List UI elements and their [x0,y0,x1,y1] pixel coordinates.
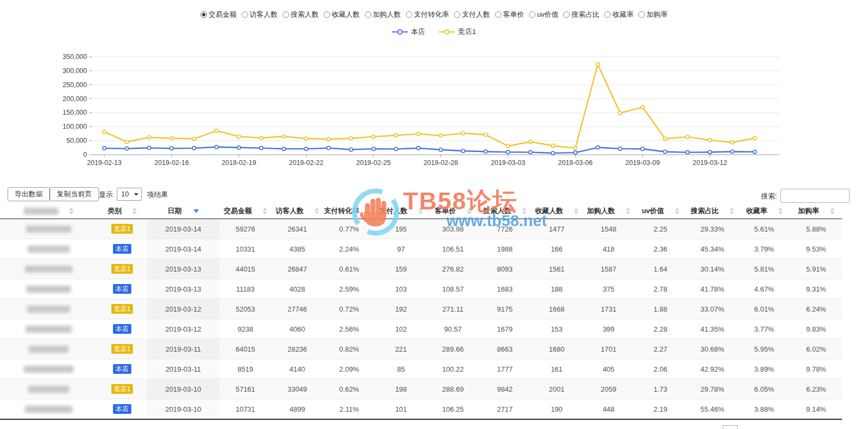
redacted-text [25,326,72,333]
radio-icon [242,11,248,18]
redacted-text [26,226,71,233]
value-cell: 2.36 [635,239,686,259]
sort-icon [467,208,471,214]
column-header-11[interactable]: uv价值 [635,203,686,219]
value-cell: 0.82% [323,339,375,359]
value-cell: 41.78% [686,279,738,299]
metric-radio-1[interactable]: 访客人数 [242,10,278,19]
svg-text:2019-02-13: 2019-02-13 [87,159,122,167]
column-header-4[interactable]: 访客人数 [271,203,323,219]
search-input[interactable] [780,189,850,203]
column-header-9[interactable]: 收藏人数 [531,203,583,219]
redacted-item-name [0,239,97,259]
column-header-7[interactable]: 客单价 [427,203,479,219]
date-cell: 2019-03-10 [147,399,219,419]
value-cell: 1668 [531,299,583,319]
legend-item-1[interactable]: 竞店1 [439,27,476,37]
metric-radio-9[interactable]: 搜索占比 [563,10,599,19]
metric-radio-2[interactable]: 搜索人数 [283,10,319,19]
redacted-item-name [0,259,97,279]
value-cell: 9238 [219,319,271,339]
sort-icon [263,208,267,214]
column-header-10[interactable]: 加购人数 [583,203,635,219]
category-badge: 竞店1 [111,344,133,354]
metric-radio-6[interactable]: 支付人数 [454,10,490,19]
table-row-5: 本店2019-03-12923840602.56%10290.571679153… [0,319,842,339]
value-cell: 108.57 [427,279,479,299]
category-cell: 竞店1 [97,339,147,359]
column-header-5[interactable]: 支付转化率 [323,203,375,219]
value-cell: 1587 [583,259,635,279]
category-badge: 本店 [113,364,131,374]
value-cell: 9.53% [790,239,842,259]
value-cell: 399 [583,319,635,339]
date-cell: 2019-03-13 [147,259,219,279]
page-size-select[interactable]: 10 [117,188,142,201]
metric-radio-8[interactable]: uv价值 [529,10,559,19]
sort-icon [730,208,734,214]
value-cell: 6.05% [738,379,790,399]
metric-radio-0[interactable]: 交易金额 [201,10,237,19]
column-header-label: 收藏人数 [535,206,563,216]
redacted-item-name [0,399,97,419]
column-header-14[interactable]: 加购率 [790,203,842,219]
svg-text:50,000: 50,000 [66,137,87,144]
table-row-3: 本店2019-03-131118340282.59%103108.5716831… [0,279,842,299]
pagination-stub[interactable] [723,425,738,429]
value-cell: 103 [375,279,427,299]
table-row-6: 竞店12019-03-1164015282360.82%221289.66866… [0,339,842,359]
value-cell: 6.01% [738,299,790,319]
value-cell: 2.19 [635,399,686,419]
metric-radio-4[interactable]: 加购人数 [365,10,401,19]
radio-icon [638,11,645,18]
line-chart: 050,000100,000150,000200,000250,000300,0… [0,46,868,170]
value-cell: 2.59% [323,279,375,299]
metric-radio-3[interactable]: 收藏人数 [324,10,360,19]
metric-radio-7[interactable]: 客单价 [495,10,524,19]
value-cell: 44015 [219,259,271,279]
metric-radio-11[interactable]: 加购率 [638,10,667,19]
column-header-13[interactable]: 收藏率 [738,203,790,219]
metric-radio-label: 交易金额 [209,10,237,19]
metric-radio-10[interactable]: 收藏率 [604,10,633,19]
value-cell: 0.62% [323,379,375,399]
column-header-0[interactable] [0,203,97,219]
legend-item-0[interactable]: 本店 [392,27,425,37]
column-header-3[interactable]: 交易金额 [219,203,271,219]
copy-current-page-button[interactable]: 复制当前页 [50,187,99,201]
date-cell: 2019-03-10 [147,379,219,399]
redacted-item-name [0,339,97,359]
value-cell: 271.11 [427,299,479,319]
column-header-8[interactable]: 搜索人数 [479,203,531,219]
table-row-9: 本店2019-03-101073148992.11%101106.2527171… [0,399,842,420]
redacted-text [25,406,72,413]
value-cell: 1.64 [635,259,686,279]
value-cell: 198 [375,379,427,399]
svg-text:2019-03-06: 2019-03-06 [558,159,593,167]
column-header-2[interactable]: 日期 [147,203,219,219]
radio-icon [283,11,289,18]
value-cell: 29.78% [686,379,738,399]
value-cell: 97 [375,239,427,259]
metric-radio-5[interactable]: 支付转化率 [406,10,449,19]
sort-icon [522,208,526,214]
category-badge: 本店 [113,284,131,294]
value-cell: 2717 [479,399,531,419]
category-cell: 本店 [97,399,147,419]
sort-icon [830,208,834,214]
category-cell: 本店 [97,319,147,339]
value-cell: 4060 [271,319,323,339]
column-header-1[interactable]: 类别 [97,203,147,219]
value-cell: 106.25 [427,399,479,419]
value-cell: 5.88% [790,219,842,239]
date-cell: 2019-03-11 [147,339,219,359]
redacted-text [24,366,74,373]
svg-text:250,000: 250,000 [63,81,87,89]
value-cell: 166 [531,239,583,259]
value-cell: 4899 [271,399,323,419]
export-data-button[interactable]: 导出数据 [8,187,50,201]
column-header-label: 类别 [108,206,122,216]
column-header-6[interactable]: 支付人数 [375,203,427,219]
column-header-12[interactable]: 搜索占比 [686,203,738,219]
svg-text:300,000: 300,000 [63,67,87,75]
